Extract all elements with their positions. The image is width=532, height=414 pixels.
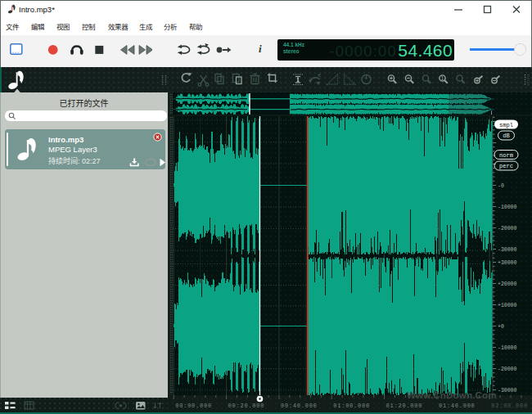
svg-text:+30000: +30000 [498, 260, 517, 266]
svg-text:+10000: +10000 [498, 303, 517, 308]
svg-text:00:00.000: 00:00.000 [175, 403, 212, 409]
svg-text:dB: dB [503, 133, 509, 139]
svg-text:+20000: +20000 [498, 281, 517, 287]
svg-text:-20000: -20000 [498, 367, 517, 372]
svg-text:-30000: -30000 [498, 247, 517, 253]
svg-text:smpl: smpl [499, 122, 513, 128]
svg-text:01:40.000: 01:40.000 [439, 403, 476, 409]
svg-text:-10000: -10000 [498, 205, 517, 210]
svg-text:02:00.000: 02:00.000 [491, 403, 528, 409]
svg-text:00:20.000: 00:20.000 [228, 403, 265, 409]
svg-text:1: 1 [441, 75, 444, 81]
svg-text:1: 1 [296, 77, 300, 83]
svg-text:-0: -0 [498, 183, 504, 189]
svg-text:01:20.000: 01:20.000 [386, 403, 423, 409]
svg-text:norm: norm [499, 152, 513, 159]
svg-text:-30000: -30000 [498, 388, 517, 394]
svg-text:perc: perc [499, 163, 513, 169]
svg-text:-20000: -20000 [498, 226, 517, 232]
svg-text:+0: +0 [498, 324, 504, 330]
svg-text:-10000: -10000 [498, 345, 517, 351]
svg-text:00:40.000: 00:40.000 [281, 403, 318, 409]
svg-text:01:00.000: 01:00.000 [333, 403, 370, 409]
